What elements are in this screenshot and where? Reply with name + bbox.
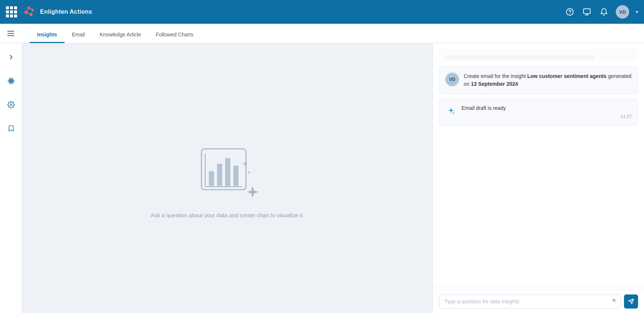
settings-icon[interactable] bbox=[4, 98, 18, 111]
hamburger-menu-icon[interactable] bbox=[7, 31, 14, 36]
svg-point-20 bbox=[10, 80, 12, 81]
chat-input-area bbox=[433, 290, 644, 313]
right-chat-panel: VD Create email for the insight Low cust… bbox=[433, 43, 644, 313]
tab-knowledge-article[interactable]: Knowledge Article bbox=[92, 27, 148, 43]
placeholder-label: Ask a question about your data and creat… bbox=[151, 212, 304, 218]
grid-menu-icon[interactable] bbox=[6, 6, 17, 17]
chart-content-area: Ask a question about your data and creat… bbox=[22, 43, 433, 313]
sub-navigation: Insights Email Knowledge Article Followe… bbox=[0, 24, 644, 43]
ai-message-text: Email draft is ready bbox=[461, 105, 632, 111]
ai-message-timestamp: 11:17 bbox=[461, 114, 632, 119]
svg-point-24 bbox=[10, 104, 12, 106]
chart-illustration bbox=[190, 138, 264, 205]
chart-placeholder: Ask a question about your data and creat… bbox=[151, 138, 304, 218]
svg-rect-25 bbox=[201, 149, 246, 190]
chat-send-button[interactable] bbox=[624, 294, 638, 309]
chat-divider bbox=[433, 286, 644, 287]
expand-panel-icon[interactable] bbox=[4, 50, 18, 64]
app-title: Enlighten Actions bbox=[40, 9, 92, 15]
svg-rect-28 bbox=[225, 158, 230, 186]
avatar[interactable]: VD bbox=[616, 5, 629, 19]
input-sparkle-icon bbox=[611, 297, 617, 306]
user-message-text: Create email for the insight Low custome… bbox=[464, 72, 632, 88]
user-message-card: VD Create email for the insight Low cust… bbox=[439, 66, 638, 94]
help-icon[interactable] bbox=[565, 7, 575, 17]
left-sidebar bbox=[0, 43, 22, 313]
ai-message-row: Email draft is ready 11:17 bbox=[445, 105, 632, 119]
sparkle-svg bbox=[447, 107, 456, 115]
tab-insights[interactable]: Insights bbox=[30, 27, 65, 43]
svg-rect-27 bbox=[217, 164, 222, 186]
chat-input[interactable] bbox=[439, 294, 621, 309]
atom-icon[interactable] bbox=[4, 74, 18, 88]
avatar-chevron-icon[interactable]: ▾ bbox=[636, 9, 638, 14]
nav-left: Enlighten Actions bbox=[6, 4, 92, 20]
send-icon bbox=[628, 299, 634, 304]
main-layout: Ask a question about your data and creat… bbox=[0, 43, 644, 313]
tab-email[interactable]: Email bbox=[65, 27, 92, 43]
tab-followed-charts[interactable]: Followed Charts bbox=[148, 27, 201, 43]
monitor-icon[interactable] bbox=[582, 7, 592, 17]
ai-message-body: Email draft is ready 11:17 bbox=[461, 105, 632, 119]
chat-input-wrap bbox=[439, 294, 621, 309]
svg-rect-17 bbox=[584, 9, 590, 14]
svg-rect-29 bbox=[233, 166, 239, 186]
user-message-avatar: VD bbox=[445, 72, 459, 87]
bell-icon[interactable] bbox=[599, 7, 609, 17]
nav-right: VD ▾ bbox=[565, 5, 638, 19]
svg-rect-26 bbox=[209, 171, 214, 186]
top-navigation: Enlighten Actions CX one bbox=[0, 0, 644, 24]
ai-sparkle-icon bbox=[445, 105, 457, 117]
user-message-row: VD Create email for the insight Low cust… bbox=[445, 72, 632, 88]
ai-message-card: Email draft is ready 11:17 bbox=[439, 99, 638, 125]
chat-messages-list: VD Create email for the insight Low cust… bbox=[433, 43, 644, 283]
brand-logo bbox=[21, 4, 36, 20]
bookmark-icon[interactable] bbox=[4, 122, 18, 135]
partial-top-message bbox=[439, 49, 638, 62]
